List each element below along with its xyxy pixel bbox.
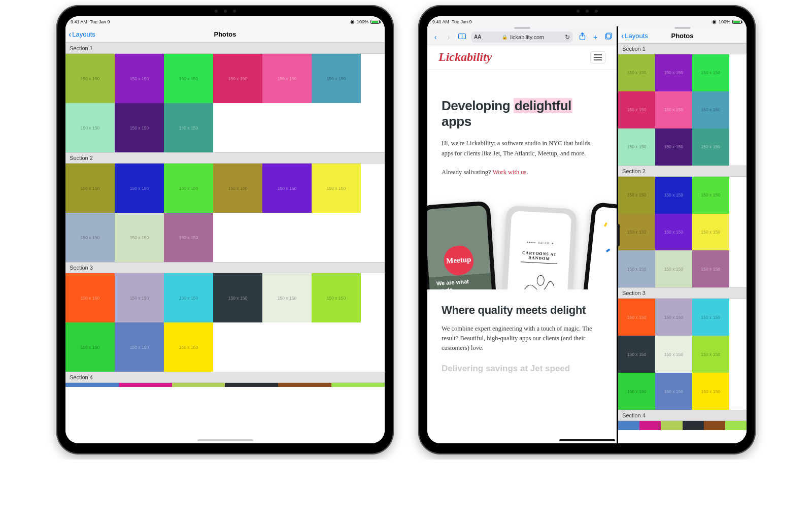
split-view-divider[interactable]: [617, 224, 620, 246]
photo-cell[interactable]: 150 x 150: [618, 54, 655, 91]
photo-cell[interactable]: 150 x 150: [164, 164, 213, 213]
share-icon[interactable]: [578, 32, 586, 42]
hero-cta: Already salivating? Work with us.: [442, 168, 602, 177]
photo-cell[interactable]: 150 x 150: [618, 91, 655, 128]
safari-forward-button[interactable]: ›: [445, 33, 453, 41]
photo-cell[interactable]: 150 x 150: [65, 103, 115, 152]
status-time: 9:41 AM Tue Jan 9: [432, 19, 472, 24]
photo-cell[interactable]: [725, 421, 747, 430]
photo-cell[interactable]: 150 x 150: [618, 214, 655, 251]
photo-cell[interactable]: 150 x 150: [655, 128, 692, 166]
back-button[interactable]: ‹ Layouts: [621, 32, 648, 40]
photo-cell[interactable]: 150 x 150: [655, 177, 692, 214]
photo-cell[interactable]: [172, 383, 225, 387]
photo-cell[interactable]: [278, 383, 331, 387]
back-button[interactable]: ‹ Layouts: [69, 30, 95, 39]
new-tab-button[interactable]: +: [591, 33, 599, 41]
photo-cell[interactable]: 150 x 150: [262, 164, 312, 213]
photo-cell[interactable]: 150 x 150: [692, 250, 729, 287]
tabs-icon[interactable]: [604, 32, 613, 41]
photo-cell[interactable]: [704, 421, 725, 430]
refresh-icon[interactable]: ↻: [565, 34, 570, 41]
photo-cell[interactable]: 150 x 150: [692, 54, 729, 91]
photo-cell[interactable]: 150 x 150: [618, 250, 655, 287]
reader-aa-button[interactable]: AA: [474, 34, 481, 40]
webpage[interactable]: Lickability Developing delightful apps H…: [427, 45, 617, 443]
photo-cell[interactable]: 150 x 150: [213, 273, 262, 322]
photo-cell[interactable]: 150 x 150: [65, 164, 115, 213]
home-indicator[interactable]: [197, 439, 253, 441]
photo-cell[interactable]: 150 x 150: [164, 322, 213, 372]
lock-icon: 🔒: [502, 35, 507, 40]
photo-cell[interactable]: 150 x 150: [312, 164, 361, 213]
bookmarks-icon[interactable]: [458, 33, 466, 41]
photo-cell[interactable]: 150 x 150: [312, 54, 361, 103]
photo-cell[interactable]: 150 x 150: [65, 54, 115, 103]
photo-cell[interactable]: 150 x 150: [618, 128, 655, 166]
photo-cell[interactable]: [639, 421, 661, 430]
photo-cell[interactable]: 150 x 150: [655, 336, 692, 373]
nav-bar: ‹ Layouts Photos: [65, 26, 385, 43]
photo-cell[interactable]: 150 x 150: [692, 299, 729, 336]
back-label: Layouts: [625, 32, 648, 40]
chevron-left-icon: ‹: [621, 32, 624, 40]
photo-cell[interactable]: [661, 421, 682, 430]
photo-cell[interactable]: 150 x 150: [213, 54, 262, 103]
photo-cell[interactable]: 150 x 150: [692, 373, 729, 410]
photo-cell[interactable]: 150 x 150: [618, 336, 655, 373]
hero-phones: Meetup We are what we do ●●●●● 9:41 AM ■…: [427, 193, 617, 289]
photo-cell[interactable]: [225, 383, 278, 387]
svg-point-6: [537, 275, 545, 285]
photo-cell[interactable]: [618, 421, 639, 430]
screen-left: 9:41 AM Tue Jan 9 ◉ 100% ‹ Layouts Photo…: [65, 16, 385, 443]
photo-cell[interactable]: 150 x 150: [115, 164, 164, 213]
photo-cell[interactable]: 150 x 150: [262, 273, 312, 322]
photo-cell[interactable]: 150 x 150: [655, 250, 692, 287]
photo-cell[interactable]: 150 x 150: [655, 54, 692, 91]
photo-cell[interactable]: 150 x 150: [115, 213, 164, 262]
collection-view[interactable]: Section 1150 x 150150 x 150150 x 150150 …: [65, 43, 385, 443]
photo-cell[interactable]: 150 x 150: [164, 103, 213, 152]
meetup-logo-icon: Meetup: [443, 244, 475, 276]
photo-cell[interactable]: 150 x 150: [65, 213, 115, 262]
safari-back-button[interactable]: ‹: [431, 33, 439, 41]
photo-cell[interactable]: 150 x 150: [213, 164, 262, 213]
photo-cell[interactable]: 150 x 150: [65, 322, 115, 372]
section-header: Section 3: [618, 287, 747, 299]
photo-cell[interactable]: 150 x 150: [262, 54, 312, 103]
photo-cell[interactable]: 150 x 150: [115, 103, 164, 152]
photo-cell[interactable]: 150 x 150: [312, 273, 361, 322]
photo-cell[interactable]: 150 x 150: [65, 273, 115, 322]
photo-cell[interactable]: 150 x 150: [692, 214, 729, 251]
photo-cell[interactable]: 150 x 150: [692, 91, 729, 128]
hamburger-menu-icon[interactable]: [590, 51, 605, 63]
photo-cell[interactable]: 150 x 150: [618, 177, 655, 214]
work-with-us-link[interactable]: Work with us: [492, 169, 526, 176]
photo-cell[interactable]: 150 x 150: [692, 336, 729, 373]
photo-cell[interactable]: 150 x 150: [618, 299, 655, 336]
photo-cell[interactable]: 150 x 150: [618, 373, 655, 410]
photo-cell[interactable]: 150 x 150: [115, 54, 164, 103]
safari-pane: ‹ › AA 🔒 lickability.com ↻ +: [427, 26, 618, 443]
photo-cell[interactable]: 150 x 150: [655, 299, 692, 336]
quality-heading: Where quality meets delight: [442, 304, 602, 317]
photo-cell[interactable]: 150 x 150: [115, 273, 164, 322]
photo-cell[interactable]: 150 x 150: [655, 214, 692, 251]
photo-cell[interactable]: 150 x 150: [164, 273, 213, 322]
photo-cell[interactable]: 150 x 150: [164, 213, 213, 262]
photo-cell[interactable]: [331, 383, 385, 387]
photos-pane: ‹ Layouts Photos Section 1150 x 150150 x…: [618, 26, 747, 443]
photo-cell[interactable]: [683, 421, 704, 430]
photo-cell[interactable]: 150 x 150: [692, 177, 729, 214]
site-logo[interactable]: Lickability: [438, 50, 492, 64]
photo-cell[interactable]: 150 x 150: [115, 322, 164, 372]
url-field[interactable]: AA 🔒 lickability.com ↻: [471, 31, 573, 43]
photo-cell[interactable]: 150 x 150: [655, 91, 692, 128]
photo-cell[interactable]: 150 x 150: [655, 373, 692, 410]
home-indicator[interactable]: [559, 439, 615, 441]
photo-cell[interactable]: [65, 383, 119, 387]
photo-cell[interactable]: 150 x 150: [164, 54, 213, 103]
photo-cell[interactable]: [119, 383, 172, 387]
photo-cell[interactable]: 150 x 150: [692, 128, 729, 166]
collection-view[interactable]: Section 1150 x 150150 x 150150 x 150150 …: [618, 43, 747, 443]
